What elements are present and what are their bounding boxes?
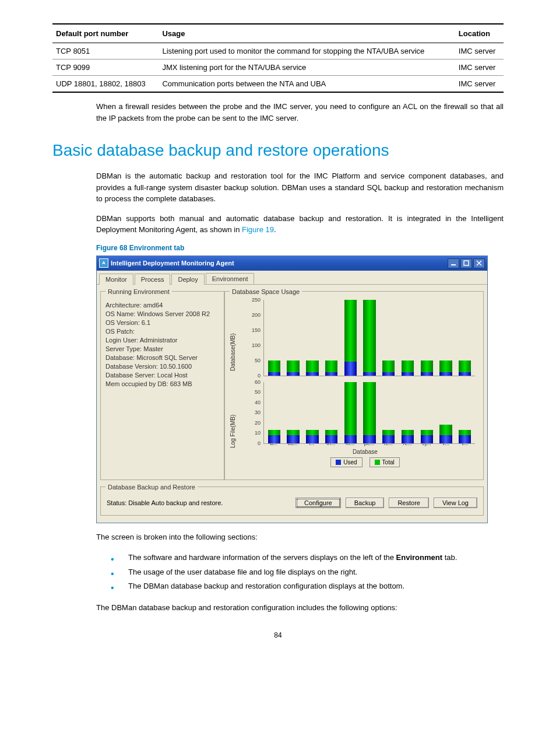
viewlog-button[interactable]: View Log xyxy=(434,498,477,508)
close-icon[interactable] xyxy=(473,258,485,268)
env-line: OS Name: Windows Server 2008 R2 xyxy=(105,310,219,317)
bar-slot xyxy=(343,300,358,376)
bar-slot xyxy=(323,300,339,376)
port-table: Default port number Usage Location TCP 8… xyxy=(52,23,504,93)
page-number: 84 xyxy=(52,631,504,639)
env-line: Database Version: 10.50.1600 xyxy=(105,363,219,370)
bar-slot xyxy=(400,300,416,376)
options-intro-paragraph: The DBMan database backup and restoratio… xyxy=(96,602,504,614)
tab-process[interactable]: Process xyxy=(135,274,171,285)
env-line: Server Type: Master xyxy=(105,345,219,352)
db-usage-chart: Database(MB) Log File(MB) 05010015020025… xyxy=(230,300,478,475)
dbman-support-paragraph: DBMan supports both manual and automatic… xyxy=(96,213,504,236)
tab-monitor[interactable]: Monitor xyxy=(99,274,133,285)
bar-slot xyxy=(343,382,358,443)
x-axis-title: Database xyxy=(252,449,478,455)
minimize-icon[interactable] xyxy=(448,258,459,268)
bar-slot xyxy=(419,300,435,376)
env-line: Database Server: Local Host xyxy=(105,372,219,379)
list-item: The DBMan database backup and restoratio… xyxy=(111,579,504,594)
bar-slot xyxy=(457,300,473,376)
tab-environment[interactable]: Environment xyxy=(206,273,255,284)
section-heading: Basic database backup and restore operat… xyxy=(52,141,504,160)
bar-slot xyxy=(381,300,396,376)
firewall-paragraph: When a firewall resides between the prob… xyxy=(96,101,504,124)
figure-caption: Figure 68 Environment tab xyxy=(96,244,504,252)
bar-slot xyxy=(286,382,301,443)
bar-slot xyxy=(266,300,282,376)
app-icon: A xyxy=(99,258,108,268)
th-usage: Usage xyxy=(159,24,455,43)
table-row: UDP 18801, 18802, 18803Communication por… xyxy=(52,76,504,93)
bar-slot xyxy=(438,382,454,443)
configure-button[interactable]: Configure xyxy=(295,498,341,508)
list-item: The software and hardware information of… xyxy=(111,551,504,565)
env-line: Mem occupied by DB: 683 MB xyxy=(105,380,219,387)
bar-slot xyxy=(362,300,378,376)
th-port: Default port number xyxy=(52,24,159,43)
app-window: A Intelligent Deployment Monitoring Agen… xyxy=(96,256,488,523)
bar-slot xyxy=(457,382,473,443)
bar-slot xyxy=(381,382,396,443)
bar-slot xyxy=(323,382,339,443)
env-line: Architecture: amd64 xyxy=(105,302,219,309)
env-line: Database: Microsoft SQL Server xyxy=(105,354,219,361)
bar-slot xyxy=(362,382,378,443)
tab-bar: MonitorProcessDeployEnvironment xyxy=(97,271,487,285)
sections-intro-paragraph: The screen is broken into the following … xyxy=(96,531,504,543)
bar-slot xyxy=(304,300,320,376)
dbman-intro-paragraph: DBMan is the automatic backup and restor… xyxy=(96,170,504,205)
svg-rect-1 xyxy=(464,261,469,265)
maximize-icon[interactable] xyxy=(460,258,472,268)
backup-restore-group: Database Backup and Restore Status: Disa… xyxy=(100,484,484,516)
bar-slot xyxy=(304,382,320,443)
bar-slot xyxy=(419,382,435,443)
th-loc: Location xyxy=(455,24,504,43)
figure-link[interactable]: Figure 19 xyxy=(242,225,274,234)
bar-slot xyxy=(400,382,416,443)
list-item: The usage of the user database file and … xyxy=(111,565,504,580)
svg-rect-0 xyxy=(451,264,456,265)
window-title: Intelligent Deployment Monitoring Agent xyxy=(111,260,234,267)
y-label-database: Database(MB) xyxy=(230,317,236,387)
bar-slot xyxy=(266,382,282,443)
backup-status: Status: Disable Auto backup and restore. xyxy=(107,499,223,506)
table-row: TCP 8051Listening port used to monitor t… xyxy=(52,43,504,60)
running-environment-group: Running Environment Architecture: amd64O… xyxy=(100,288,224,480)
env-line: OS Patch: xyxy=(105,328,219,335)
env-line: OS Version: 6.1 xyxy=(105,319,219,326)
table-row: TCP 9099JMX listening port for the NTA/U… xyxy=(52,60,504,76)
sections-bullet-list: The software and hardware information of… xyxy=(111,551,504,594)
env-line: Login User: Administrator xyxy=(105,337,219,344)
titlebar[interactable]: A Intelligent Deployment Monitoring Agen… xyxy=(97,256,487,271)
bar-slot xyxy=(438,300,454,376)
y-label-logfile: Log File(MB) xyxy=(230,402,236,460)
restore-button[interactable]: Restore xyxy=(389,498,429,508)
tab-deploy[interactable]: Deploy xyxy=(171,274,204,285)
database-usage-group: Database Space Usage Database(MB) Log Fi… xyxy=(224,288,484,480)
backup-button[interactable]: Backup xyxy=(346,498,385,508)
chart-legend: Used Total xyxy=(252,457,478,467)
bar-slot xyxy=(286,300,301,376)
